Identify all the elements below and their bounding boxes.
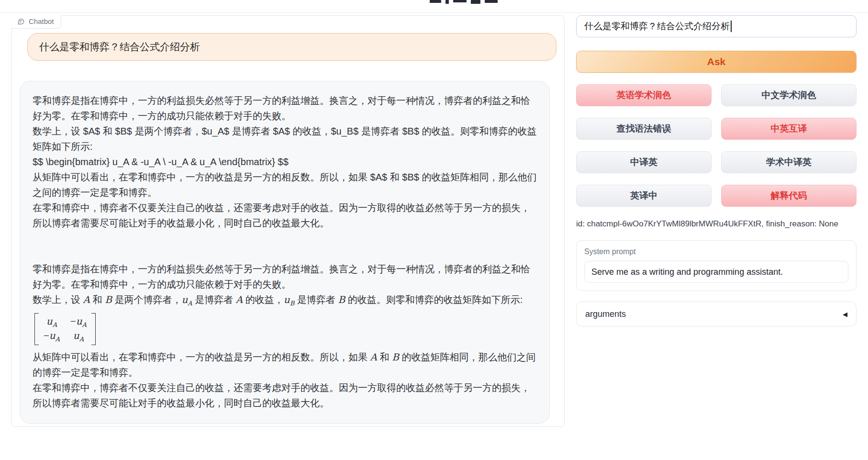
system-prompt-card: System prompt Serve me as a writing and … bbox=[576, 240, 857, 291]
system-prompt-input[interactable]: Serve me as a writing and programming as… bbox=[584, 261, 848, 283]
bot-latex-source: $$ \begin{bmatrix} u_A & -u_A \ -u_A & u… bbox=[33, 154, 537, 169]
user-message-text: 什么是零和博弈？结合公式介绍分析 bbox=[39, 41, 200, 52]
bot-paragraph: 零和博弈是指在博弈中，一方的利益损失必然等于另一方的利益增益。换言之，对于每一种… bbox=[33, 93, 537, 123]
quick-prompt-button[interactable]: 英译中 bbox=[576, 185, 712, 207]
ask-button[interactable]: Ask bbox=[576, 51, 857, 73]
user-message-bubble: 什么是零和博弈？结合公式介绍分析 bbox=[27, 33, 556, 61]
bot-paragraph-math: 数学上，设 A 和 B 是两个博弈者，uA 是博弈者 A 的收益，uB 是博弈者… bbox=[33, 292, 537, 311]
quick-prompt-button[interactable]: 英语学术润色 bbox=[576, 84, 712, 106]
question-input-value: 什么是零和博弈？结合公式介绍分析 bbox=[584, 20, 730, 33]
matrix-cells: uA−uA−uAuA bbox=[43, 313, 88, 345]
bot-paragraph: 零和博弈是指在博弈中，一方的利益损失必然等于另一方的利益增益。换言之，对于每一种… bbox=[33, 261, 537, 292]
quick-prompt-button[interactable]: 查找语法错误 bbox=[576, 118, 712, 140]
quick-prompt-button[interactable]: 解释代码 bbox=[721, 185, 857, 207]
quick-prompt-button[interactable]: 中文学术润色 bbox=[721, 84, 857, 106]
question-input[interactable]: 什么是零和博弈？结合公式介绍分析 bbox=[576, 15, 857, 37]
chat-messages: 什么是零和博弈？结合公式介绍分析 零和博弈是指在博弈中，一方的利益损失必然等于另… bbox=[12, 16, 564, 431]
quick-prompt-button[interactable]: 学术中译英 bbox=[721, 151, 857, 173]
payoff-matrix: uA−uA−uAuA bbox=[34, 313, 96, 345]
chatbot-panel-label: Chatbot bbox=[11, 15, 61, 29]
chatbot-label-text: Chatbot bbox=[29, 17, 54, 25]
response-status-line: id: chatcmpl-6wOo7KrYTwMl89lbrMWRu4UkFFX… bbox=[576, 219, 857, 229]
clipped-title-fragment bbox=[445, 0, 449, 4]
paragraph-gap bbox=[33, 231, 537, 261]
collapse-triangle-icon: ◀ bbox=[843, 311, 847, 318]
system-prompt-value: Serve me as a writing and programming as… bbox=[591, 267, 783, 277]
bot-paragraph-math: 从矩阵中可以看出，在零和博弈中，一方的收益是另一方的相反数。所以，如果 A 和 … bbox=[33, 349, 537, 380]
arguments-accordion-label: arguments bbox=[585, 309, 626, 319]
clipped-title-fragment bbox=[471, 0, 480, 4]
bot-message-bubble: 零和博弈是指在博弈中，一方的利益损失必然等于另一方的利益增益。换言之，对于每一种… bbox=[20, 81, 550, 424]
chatbot-panel: Chatbot 什么是零和博弈？结合公式介绍分析 零和博弈是指在博弈中，一方的利… bbox=[11, 15, 565, 427]
matrix-left-bracket bbox=[34, 313, 39, 345]
chat-bubble-icon bbox=[17, 17, 25, 25]
bot-paragraph: 在零和博弈中，博弈者不仅要关注自己的收益，还需要考虑对手的收益。因为一方取得的收… bbox=[33, 200, 537, 231]
bot-paragraph: 从矩阵中可以看出，在零和博弈中，一方的收益是另一方的相反数。所以，如果 $A$ … bbox=[33, 169, 537, 200]
bot-paragraph: 在零和博弈中，博弈者不仅要关注自己的收益，还需要考虑对手的收益。因为一方取得的收… bbox=[33, 380, 537, 411]
matrix-right-bracket bbox=[91, 313, 96, 345]
header-divider bbox=[0, 12, 868, 13]
clipped-title-fragment bbox=[485, 0, 498, 3]
quick-prompt-button[interactable]: 中英互译 bbox=[721, 118, 857, 140]
controls-column: 什么是零和博弈？结合公式介绍分析 Ask 英语学术润色中文学术润色查找语法错误中… bbox=[576, 15, 857, 326]
clipped-page-title bbox=[430, 0, 498, 4]
arguments-accordion[interactable]: arguments ◀ bbox=[576, 302, 857, 326]
system-prompt-label: System prompt bbox=[584, 247, 848, 256]
quick-buttons-grid: 英语学术润色中文学术润色查找语法错误中英互译中译英学术中译英英译中解释代码 bbox=[576, 84, 857, 207]
clipped-title-fragment bbox=[430, 0, 441, 3]
quick-prompt-button[interactable]: 中译英 bbox=[576, 151, 712, 173]
text-cursor bbox=[731, 21, 732, 32]
bot-paragraph: 数学上，设 $A$ 和 $B$ 是两个博弈者，$u_A$ 是博弈者 $A$ 的收… bbox=[33, 123, 537, 154]
clipped-title-fragment bbox=[453, 0, 467, 2]
